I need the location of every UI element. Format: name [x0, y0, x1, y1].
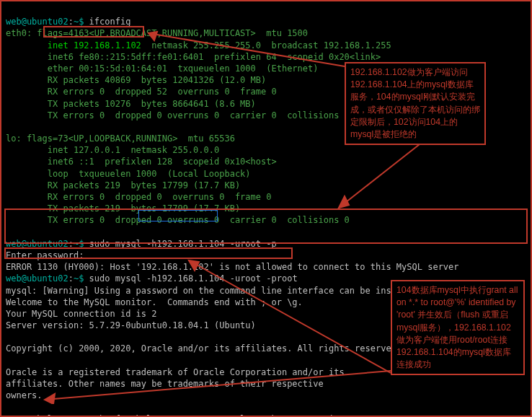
eth0-inet: inet 192.168.1.102	[6, 40, 141, 51]
lo-header: lo: flags=73<UP,LOOPBACK,RUNNING> mtu 65…	[6, 133, 235, 144]
cmd-ifconfig: ifconfig	[84, 17, 130, 27]
enter-password: Enter password:	[6, 250, 84, 260]
cmd-mysql-ok: sudo mysql -h192.168.1.104 -uroot -proot	[84, 273, 297, 284]
prompt-user: web@ubuntu02	[6, 17, 68, 27]
annotation-success: 104数据库mysql中执行grant all on *.* to root@'…	[391, 280, 525, 375]
error-1130: ERROR 1130 (HY000): Host '192.168.1.102'…	[6, 262, 459, 272]
cmd-mysql-fail: sudo mysql	[84, 239, 146, 249]
eth0-header: eth0: flags=4163<UP,BROADCAST,RUNNING,MU…	[6, 28, 308, 38]
annotation-rejected: 192.168.1.102做为客户端访问192.168.1.104上的mysql…	[345, 62, 486, 145]
host-arg: -h192.168.1.104	[146, 239, 224, 249]
